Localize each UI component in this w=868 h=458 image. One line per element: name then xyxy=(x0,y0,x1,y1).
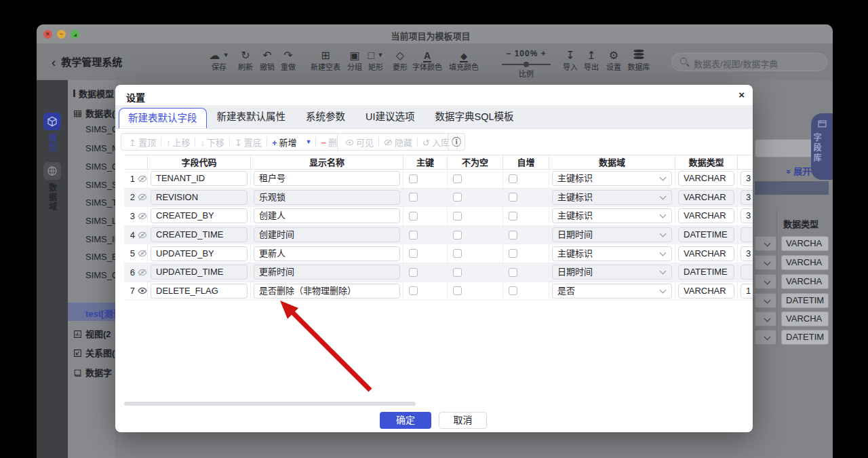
expand-link[interactable]: » 展开 xyxy=(787,164,811,177)
auto-increment-checkbox[interactable] xyxy=(509,268,517,277)
auto-increment-checkbox[interactable] xyxy=(509,286,517,295)
field-code-input[interactable]: CREATED_BY xyxy=(151,208,248,223)
undo-button[interactable]: ↶ 撤销 xyxy=(260,50,275,72)
eye-slash-icon[interactable] xyxy=(138,193,147,201)
display-name-input[interactable]: 乐观锁 xyxy=(254,190,400,205)
data-domain-select[interactable]: 主键标识 xyxy=(552,246,672,261)
database-button[interactable]: 数据库 xyxy=(628,50,650,72)
field-code-input[interactable]: UPDATED_TIME xyxy=(151,265,248,280)
data-type-input[interactable]: VARCHAR xyxy=(678,190,734,205)
length-input[interactable]: 3 xyxy=(741,246,753,261)
length-input[interactable] xyxy=(741,265,753,280)
move-up-button[interactable]: ↑上移 xyxy=(161,136,195,149)
data-domain-select[interactable]: 主键标识 xyxy=(552,208,672,223)
not-null-checkbox[interactable] xyxy=(453,268,462,277)
export-button[interactable]: ↥ 导出 xyxy=(584,50,599,72)
primary-key-checkbox[interactable] xyxy=(409,174,418,183)
auto-increment-checkbox[interactable] xyxy=(509,249,517,258)
eye-slash-icon[interactable] xyxy=(138,212,147,220)
sidebar-table-item[interactable]: SIMS_C xyxy=(85,270,115,280)
display-name-input[interactable]: 创建人 xyxy=(254,208,400,223)
rail-item-model[interactable]: 模型 xyxy=(43,113,61,155)
redo-button[interactable]: ↷ 重做 xyxy=(281,50,296,72)
fill-color-button[interactable]: ◆ 填充颜色 xyxy=(449,50,479,72)
eye-icon[interactable] xyxy=(138,287,147,294)
tab-default-props[interactable]: 新建表默认属性 xyxy=(207,106,296,128)
field-code-input[interactable]: TENANT_ID xyxy=(151,171,248,186)
primary-key-checkbox[interactable] xyxy=(409,231,418,240)
back-navigation[interactable]: ‹教学管理系统 xyxy=(52,54,122,70)
not-null-checkbox[interactable] xyxy=(453,212,462,221)
length-input[interactable]: 1 xyxy=(741,284,753,299)
new-table-button[interactable]: ⊞ 新建空表 xyxy=(311,50,340,72)
display-name-input[interactable]: 租户号 xyxy=(254,171,400,186)
tab-system-params[interactable]: 系统参数 xyxy=(296,106,355,128)
field-code-input[interactable]: CREATED_TIME xyxy=(151,227,248,242)
sidebar-table-item[interactable]: SIMS_S xyxy=(85,180,115,190)
data-domain-select[interactable]: 主键标识 xyxy=(552,171,672,186)
sidebar-table-item[interactable]: SIMS_T xyxy=(85,197,115,208)
sidebar-table-item[interactable]: SIMS_C xyxy=(85,161,115,172)
group-button[interactable]: ▣ 分组 xyxy=(347,50,362,72)
move-down-button[interactable]: ↓下移 xyxy=(195,136,229,149)
field-code-input[interactable]: REVISION xyxy=(151,190,248,205)
primary-key-checkbox[interactable] xyxy=(409,268,418,277)
diamond-button[interactable]: ◇ 菱形 xyxy=(393,50,408,72)
pin-top-button[interactable]: ↥置顶 xyxy=(124,136,161,149)
sidebar-table-item[interactable]: SIMS_C xyxy=(85,124,115,134)
sidebar-group-relations[interactable]: 关系图( xyxy=(73,346,115,359)
data-domain-select[interactable]: 是否 xyxy=(552,284,672,299)
data-type-input[interactable]: VARCHAR xyxy=(678,171,734,186)
set-hidden-button[interactable]: 隐藏 xyxy=(379,136,417,149)
eye-slash-icon[interactable] xyxy=(138,269,147,276)
display-name-input[interactable]: 创建时间 xyxy=(254,227,400,242)
sidebar-group-views[interactable]: 视图(2 xyxy=(73,327,111,340)
auto-increment-checkbox[interactable] xyxy=(509,193,517,202)
eye-slash-icon[interactable] xyxy=(138,250,147,257)
data-domain-select[interactable]: 日期时间 xyxy=(552,265,672,280)
data-type-input[interactable]: VARCHAR xyxy=(678,208,734,223)
font-color-button[interactable]: A 字体颜色 xyxy=(412,50,442,72)
data-type-input[interactable]: VARCHAR xyxy=(678,246,734,261)
sidebar-table-item-active[interactable]: test[测试 xyxy=(68,303,115,321)
tab-ui-options[interactable]: UI建议选项 xyxy=(355,106,425,128)
data-type-input[interactable]: VARCHAR xyxy=(678,284,734,299)
data-type-input[interactable]: DATETIME xyxy=(678,265,734,280)
tab-sql-template[interactable]: 数据字典SQL模板 xyxy=(425,106,524,128)
length-input[interactable]: 3 xyxy=(741,171,753,186)
add-row-button[interactable]: +新增 xyxy=(267,136,302,149)
import-button[interactable]: ↧ 导入 xyxy=(563,50,578,72)
eye-slash-icon[interactable] xyxy=(138,175,147,183)
zoom-in-button[interactable]: + xyxy=(541,49,547,58)
primary-key-checkbox[interactable] xyxy=(409,212,418,221)
sidebar-group-tables[interactable]: 数据表( xyxy=(73,107,115,119)
refresh-button[interactable]: ↻ 刷新 xyxy=(238,50,253,72)
primary-key-checkbox[interactable] xyxy=(409,286,418,295)
auto-increment-checkbox[interactable] xyxy=(509,212,517,221)
field-library-tab[interactable]: 字段库 xyxy=(811,113,833,180)
horizontal-scrollbar[interactable] xyxy=(124,402,416,406)
save-button[interactable]: ☁ ▼ 保存 xyxy=(209,50,229,72)
sidebar-table-item[interactable]: SIMS_L xyxy=(85,216,115,226)
ok-button[interactable]: 确定 xyxy=(380,412,431,429)
field-code-input[interactable]: UPDATED_BY xyxy=(151,246,248,261)
auto-increment-checkbox[interactable] xyxy=(509,174,517,183)
not-null-checkbox[interactable] xyxy=(453,193,462,202)
primary-key-checkbox[interactable] xyxy=(409,249,418,258)
set-visible-button[interactable]: 可见 xyxy=(340,136,378,149)
display-name-input[interactable]: 更新时间 xyxy=(254,265,400,280)
rectangle-button[interactable]: □ ▼ 矩形 xyxy=(368,50,383,72)
primary-key-checkbox[interactable] xyxy=(409,193,418,202)
display-name-input[interactable]: 更新人 xyxy=(254,246,400,261)
length-input[interactable]: 3 xyxy=(741,190,753,205)
not-null-checkbox[interactable] xyxy=(453,174,462,183)
not-null-checkbox[interactable] xyxy=(453,231,462,240)
zoom-slider[interactable] xyxy=(502,64,551,65)
eye-slash-icon[interactable] xyxy=(138,231,147,239)
not-null-checkbox[interactable] xyxy=(453,249,462,258)
sidebar-table-item[interactable]: SIMS_E xyxy=(85,252,115,262)
data-domain-select[interactable]: 主键标识 xyxy=(552,190,672,205)
tab-default-fields[interactable]: 新建表默认字段 xyxy=(119,108,207,128)
display-name-input[interactable]: 是否删除（非物理删除） xyxy=(254,284,400,299)
zoom-out-button[interactable]: − xyxy=(506,49,511,58)
